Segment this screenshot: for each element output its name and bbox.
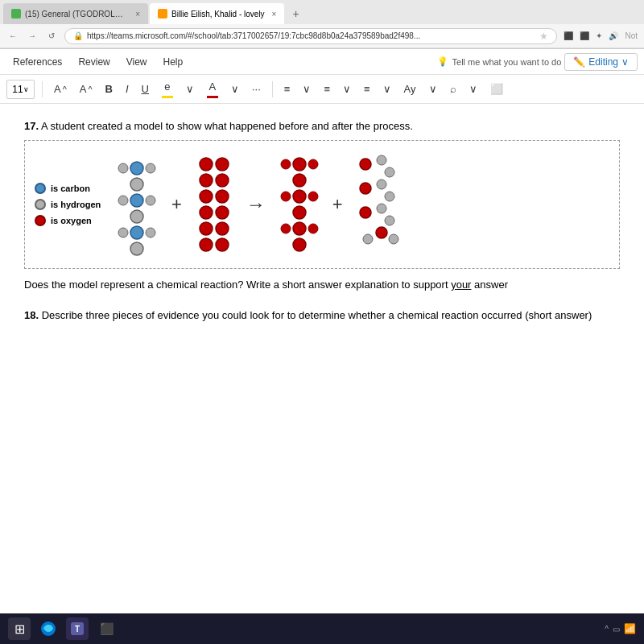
tab-close-lovely[interactable]: ×: [272, 10, 277, 19]
tell-me-text[interactable]: Tell me what you want to do: [452, 57, 562, 67]
svg-point-16: [200, 190, 213, 203]
font-size-dropdown[interactable]: ∨: [23, 85, 29, 93]
browser-icon-4[interactable]: 🔊: [609, 31, 618, 40]
svg-point-2: [130, 194, 143, 207]
svg-point-13: [216, 158, 229, 171]
browser-icon-1[interactable]: ⬛: [564, 31, 573, 40]
editing-label: Editing: [588, 56, 618, 68]
svg-point-34: [281, 224, 291, 233]
svg-point-29: [293, 238, 306, 251]
reaction-arrow: →: [246, 193, 266, 216]
font-shrink-button[interactable]: A^: [76, 81, 97, 97]
tab-close-general[interactable]: ×: [135, 10, 140, 19]
product-2-svg: [353, 152, 402, 257]
q17-follow-text: Does the model represent a chemical reac…: [24, 277, 620, 293]
align-button[interactable]: ≡: [360, 81, 374, 97]
svg-point-43: [377, 204, 386, 213]
hydrogen-label: is hydrogen: [51, 200, 101, 209]
svg-point-25: [293, 174, 306, 187]
bold-button[interactable]: B: [101, 81, 117, 97]
svg-point-3: [130, 210, 143, 223]
svg-point-47: [389, 234, 398, 244]
svg-point-27: [293, 206, 306, 219]
svg-point-35: [308, 224, 318, 233]
q17-number: 17.: [24, 120, 39, 132]
oxygen-label: is oxygen: [51, 216, 92, 225]
svg-point-38: [385, 167, 394, 177]
font-color-dropdown[interactable]: ∨: [227, 81, 243, 97]
svg-point-36: [360, 159, 371, 170]
system-caret-icon[interactable]: ^: [605, 625, 609, 634]
search-button[interactable]: ⌕: [446, 81, 460, 97]
list-button[interactable]: ≡: [280, 81, 295, 97]
browser-icon-3[interactable]: ✦: [596, 31, 602, 40]
style-dropdown[interactable]: ∨: [425, 81, 441, 97]
more-options-button[interactable]: ⬜: [486, 81, 507, 97]
svg-point-7: [146, 163, 155, 173]
indent-dropdown[interactable]: ∨: [339, 81, 355, 97]
underline-button[interactable]: U: [138, 81, 153, 97]
tab-general[interactable]: (15) General (TGODROLE_Scien ×: [3, 3, 148, 24]
highlight-dropdown[interactable]: ∨: [182, 81, 198, 97]
new-tab-button[interactable]: +: [286, 4, 305, 23]
q17-text: A student created a model to show what h…: [41, 120, 413, 132]
q17-follow-end: answer: [471, 279, 508, 291]
refresh-button[interactable]: ↺: [45, 30, 58, 43]
list-dropdown[interactable]: ∨: [299, 81, 315, 97]
menu-review[interactable]: Review: [72, 53, 116, 71]
font-size-box[interactable]: 11 ∨: [6, 80, 35, 99]
svg-point-31: [308, 159, 318, 169]
svg-point-18: [200, 206, 213, 219]
font-color-button[interactable]: A: [203, 79, 222, 100]
q18-number: 18.: [24, 309, 39, 321]
taskbar-start[interactable]: ⊞: [8, 617, 31, 640]
hydrogen-circle: [35, 199, 46, 210]
taskbar-browser[interactable]: [37, 617, 60, 640]
back-button[interactable]: ←: [6, 30, 19, 43]
forward-button[interactable]: →: [26, 30, 39, 43]
url-text: https://teams.microsoft.com/#/school/tab…: [87, 31, 420, 40]
style-button[interactable]: Ay: [400, 81, 420, 97]
reactant-2-molecule: [194, 152, 234, 257]
legend-hydrogen: is hydrogen: [35, 199, 107, 210]
toolbar: 11 ∨ A^ A^ B I U e ∨ A ∨ ··· ≡ ∨ ≡ ∨ ≡ ∨…: [0, 75, 644, 104]
svg-point-12: [200, 158, 213, 171]
battery-icon: ▭: [613, 625, 620, 634]
indent-button[interactable]: ≡: [320, 81, 334, 97]
bookmark-icon[interactable]: ★: [539, 31, 548, 42]
plus-operator-2: +: [332, 194, 343, 215]
font-grow-button[interactable]: A^: [50, 81, 71, 97]
browser-icon-2[interactable]: ⬛: [580, 31, 589, 40]
menu-help[interactable]: Help: [157, 53, 190, 71]
svg-point-15: [216, 174, 229, 187]
svg-point-44: [385, 216, 394, 225]
more-button[interactable]: ···: [248, 81, 265, 97]
svg-point-26: [293, 190, 306, 203]
taskbar-teams[interactable]: T: [66, 617, 89, 640]
tab-title-general: (15) General (TGODROLE_Scien: [25, 10, 128, 19]
menu-references[interactable]: References: [6, 53, 68, 71]
taskbar-file[interactable]: ⬛: [95, 617, 118, 640]
svg-point-24: [293, 158, 306, 171]
legend: is carbon is hydrogen is oxygen: [35, 183, 107, 226]
menu-view[interactable]: View: [120, 53, 154, 71]
question-17: 17. A student created a model to show wh…: [24, 120, 620, 132]
wifi-icon: 📶: [624, 623, 636, 634]
tab-lovely[interactable]: Billie Eilish, Khalid - lovely ×: [150, 3, 284, 24]
plus-operator-1: +: [171, 194, 182, 215]
svg-point-23: [216, 238, 229, 251]
search-dropdown[interactable]: ∨: [465, 81, 481, 97]
taskbar: ⊞ T ⬛ ^ ▭ 📶: [0, 613, 644, 644]
svg-point-11: [146, 228, 155, 237]
tab-bar: (15) General (TGODROLE_Scien × Billie Ei…: [0, 0, 644, 24]
italic-button[interactable]: I: [122, 81, 133, 97]
svg-point-20: [200, 222, 213, 235]
editing-button[interactable]: ✏️ Editing ∨: [564, 53, 638, 71]
svg-point-22: [200, 238, 213, 251]
address-bar: ← → ↺ 🔒 https://teams.microsoft.com/#/sc…: [0, 24, 644, 48]
highlight-button[interactable]: e: [158, 79, 177, 100]
oxygen-circle: [35, 215, 46, 226]
url-box[interactable]: 🔒 https://teams.microsoft.com/#/school/t…: [64, 28, 557, 44]
align-dropdown[interactable]: ∨: [379, 81, 395, 97]
editing-dropdown-icon: ∨: [621, 56, 629, 68]
